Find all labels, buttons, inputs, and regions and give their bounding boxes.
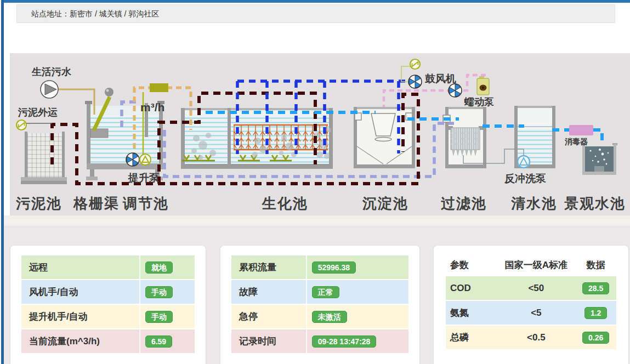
param-name: 氨氮 bbox=[446, 306, 497, 319]
column-header: 参数 bbox=[446, 259, 497, 271]
lift-mode-badge[interactable]: 手动 bbox=[145, 311, 173, 323]
tank-filter bbox=[443, 107, 486, 168]
process-flow-diagram: 生活污水 污泥外运 m³/h 提升泵 鼓风机 蠕动泵 反冲洗泵 消毒器 污泥池 … bbox=[10, 53, 630, 215]
param-name: 总磷 bbox=[446, 331, 497, 344]
tank-label-sedimentation: 沉淀池 bbox=[362, 195, 408, 212]
remote-mode-badge[interactable]: 就地 bbox=[145, 261, 173, 274]
label-lift-pump: 提升泵 bbox=[128, 172, 160, 184]
column-header: 国家一级A标准 bbox=[497, 259, 575, 271]
tank-label-landscape: 景观水池 bbox=[564, 195, 626, 212]
process-flow-svg: 生活污水 污泥外运 m³/h 提升泵 鼓风机 蠕动泵 反冲洗泵 消毒器 污泥池 … bbox=[10, 53, 630, 215]
site-address-text: 站点地址：新密市 / 城关镇 / 郭沟社区 bbox=[31, 9, 159, 18]
row-label: 提升机手/自动 bbox=[21, 310, 139, 323]
fan-mode-badge[interactable]: 手动 bbox=[145, 286, 173, 298]
lift-pump-valve-icon bbox=[140, 154, 151, 165]
tank-sedimentation bbox=[354, 107, 415, 168]
tank-label-sludge: 污泥池 bbox=[15, 195, 62, 212]
dosing-container-icon bbox=[477, 76, 489, 95]
tank-label-filter: 过滤池 bbox=[441, 195, 487, 212]
table-row: 当前流量(m^3/h) 6.59 bbox=[21, 329, 195, 354]
param-value: 28.5 bbox=[575, 282, 616, 294]
label-sludge-out: 污泥外运 bbox=[18, 107, 58, 118]
total-flow-badge: 52996.38 bbox=[312, 261, 356, 274]
table-row: 风机手/自动 手动 bbox=[21, 280, 195, 305]
param-standard: <50 bbox=[497, 283, 575, 294]
disinfector-unit bbox=[569, 125, 593, 135]
tank-sludge bbox=[21, 132, 67, 184]
panel-control: 远程 就地 风机手/自动 手动 提升机手/自动 手动 当前流量(m^3/h) 6… bbox=[10, 245, 206, 364]
table-row: 记录时间 09-28 13:47:28 bbox=[231, 329, 408, 354]
current-flow-badge: 6.59 bbox=[145, 335, 172, 348]
tank-label-biochemical: 生化池 bbox=[262, 195, 308, 212]
label-dosing-pump: 蠕动泵 bbox=[464, 96, 494, 107]
row-label: 远程 bbox=[21, 261, 139, 274]
dosing-pump-fan-icon bbox=[447, 84, 462, 98]
flow-meter bbox=[150, 83, 168, 92]
label-disinfector: 消毒器 bbox=[564, 137, 588, 146]
cod-value-badge: 28.5 bbox=[582, 282, 609, 294]
table-row: 总磷 <0.5 0.26 bbox=[446, 326, 616, 350]
table-row: 远程 就地 bbox=[21, 255, 195, 280]
row-label: 急停 bbox=[231, 310, 306, 323]
table-row: 故障 正常 bbox=[231, 280, 408, 305]
screen: 站点地址：新密市 / 城关镇 / 郭沟社区 bbox=[0, 0, 630, 364]
table-row: 累积流量 52996.38 bbox=[231, 255, 408, 280]
param-value: 0.26 bbox=[575, 332, 616, 344]
column-header: 数据 bbox=[575, 259, 616, 271]
screen-drive-ball bbox=[105, 88, 113, 96]
tank-biochemical bbox=[181, 108, 333, 169]
sewage-pump-icon bbox=[41, 81, 58, 98]
table-row: 氨氮 <5 1.2 bbox=[446, 301, 616, 326]
sludge-out-valve-icon bbox=[16, 120, 26, 130]
blower-valve-icon bbox=[410, 59, 420, 69]
param-value: 1.2 bbox=[575, 307, 616, 319]
row-label: 当前流量(m^3/h) bbox=[21, 335, 139, 348]
panel-quality: 参数 国家一级A标准 数据 COD <50 28.5 氨氮 <5 1.2 总磷 … bbox=[433, 245, 629, 364]
tank-label-regulation: 调节池 bbox=[122, 195, 169, 212]
table-row: 提升机手/自动 手动 bbox=[21, 305, 195, 329]
fault-status-badge: 正常 bbox=[312, 286, 339, 298]
row-label: 记录时间 bbox=[231, 335, 306, 348]
label-backwash-pump: 反冲洗泵 bbox=[504, 173, 547, 184]
tank-landscape bbox=[581, 143, 617, 175]
table-row: COD <50 28.5 bbox=[446, 276, 616, 301]
param-standard: <0.5 bbox=[497, 332, 575, 343]
table-row: 急停 未激活 bbox=[231, 305, 408, 329]
backwash-pump-icon bbox=[518, 156, 530, 168]
row-label: 风机手/自动 bbox=[21, 286, 139, 298]
quality-header-row: 参数 国家一级A标准 数据 bbox=[446, 253, 616, 276]
nh3n-value-badge: 1.2 bbox=[584, 307, 607, 319]
label-sewage-inlet: 生活污水 bbox=[31, 66, 72, 77]
tp-value-badge: 0.26 bbox=[582, 332, 609, 344]
tank-label-grit: 格栅渠 bbox=[73, 195, 120, 212]
panel-status: 累积流量 52996.38 故障 正常 急停 未激活 记录时间 09-28 13… bbox=[220, 245, 420, 364]
blower-fan-icon bbox=[407, 75, 422, 89]
window-top-accent bbox=[4, 0, 630, 3]
estop-status-badge: 未激活 bbox=[312, 311, 347, 323]
record-time-badge: 09-28 13:47:28 bbox=[312, 335, 377, 348]
label-blower: 鼓风机 bbox=[424, 73, 456, 84]
row-label: 故障 bbox=[231, 286, 306, 298]
row-label: 累积流量 bbox=[231, 261, 306, 274]
param-standard: <5 bbox=[497, 308, 575, 318]
tank-label-clean-water: 清水池 bbox=[510, 195, 557, 212]
site-address-bar: 站点地址：新密市 / 城关镇 / 郭沟社区 bbox=[16, 4, 615, 23]
param-name: COD bbox=[446, 283, 497, 294]
label-flow-unit: m³/h bbox=[140, 101, 164, 113]
